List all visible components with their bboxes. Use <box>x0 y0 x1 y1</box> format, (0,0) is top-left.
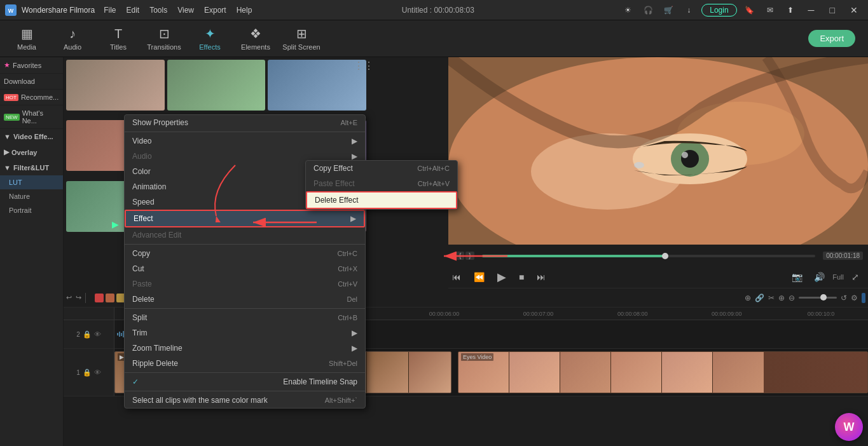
seek-handle[interactable] <box>662 253 668 259</box>
close-button[interactable]: ✕ <box>845 4 863 17</box>
timeline-zoom-slider[interactable] <box>799 297 837 299</box>
ctx-ripple-delete[interactable]: Ripple Delete Shift+Del <box>125 356 365 371</box>
stop-button[interactable]: ■ <box>515 271 528 283</box>
animation-label: Animation <box>132 182 166 191</box>
sidebar-sub-portrait[interactable]: Portrait <box>0 203 63 217</box>
sidebar-sub-nature[interactable]: Nature <box>0 189 63 203</box>
timeline-end-handle[interactable] <box>862 293 865 303</box>
app-name: Wondershare Filmora <box>22 6 95 15</box>
ctx-select-same-color[interactable]: Select all clips with the same color mar… <box>125 393 365 408</box>
menu-tools[interactable]: Tools <box>146 4 171 16</box>
zoom-out-icon[interactable]: ⊖ <box>789 294 795 302</box>
screenshot-icon[interactable]: 📷 <box>788 271 806 283</box>
minimize-button[interactable]: ─ <box>803 4 820 17</box>
ctx-effect[interactable]: Effect ▶ <box>125 210 365 227</box>
video-label: Video <box>132 137 151 145</box>
expand-icon[interactable]: ⤢ <box>848 271 863 283</box>
mail-icon[interactable]: ✉ <box>762 3 778 18</box>
bookmark-icon[interactable]: 🔖 <box>742 3 757 18</box>
play-button[interactable]: ▶ <box>493 269 510 285</box>
magnet-icon[interactable]: 🔗 <box>755 294 764 302</box>
scissors-icon[interactable]: ✂ <box>768 294 775 302</box>
sidebar-item-favorites[interactable]: ★ Favorites <box>0 57 63 74</box>
download-icon[interactable]: ↓ <box>681 3 696 18</box>
sidebar-sub-lut[interactable]: LUT <box>0 175 63 189</box>
toolbar-media[interactable]: ▦ Media <box>5 23 48 55</box>
sidebar-section-overlay[interactable]: ▶ Overlay <box>0 144 63 160</box>
speaker-icon[interactable]: 🔊 <box>810 271 829 283</box>
sub-copy-effect[interactable]: Copy Effect Ctrl+Alt+C <box>306 161 457 176</box>
ws-logo-circle: W <box>835 413 863 441</box>
redo-icon[interactable]: ↪ <box>76 294 81 302</box>
toolbar-splitscreen-label: Split Screen <box>282 43 320 51</box>
track-1-lock-icon[interactable]: 🔒 <box>83 368 92 377</box>
settings-icon[interactable]: ⚙ <box>851 294 858 302</box>
cloud-upload-icon[interactable]: ⬆ <box>783 3 798 18</box>
audio-arrow-icon: ▶ <box>352 152 357 161</box>
toolbar-titles[interactable]: T Titles <box>97 23 140 55</box>
headphones-icon[interactable]: 🎧 <box>640 3 656 18</box>
grid-dots-icon[interactable]: ⋮⋮ <box>354 60 374 72</box>
login-button[interactable]: Login <box>701 4 736 17</box>
ctx-split[interactable]: Split Ctrl+B <box>125 310 365 325</box>
toolbar-audio[interactable]: ♪ Audio <box>51 23 94 55</box>
effect-thumb-2[interactable] <box>167 60 266 111</box>
sidebar-item-recommend[interactable]: HOT Recomme... <box>0 90 63 105</box>
toolbar-effects[interactable]: ✦ Effects <box>188 23 231 55</box>
sidebar-item-download[interactable]: Download <box>0 74 63 90</box>
zoom-in-icon[interactable]: ⊕ <box>778 294 785 302</box>
select-same-color-label: Select all clips with the same color mar… <box>132 396 268 405</box>
prev-frame-button[interactable]: ⏪ <box>470 271 488 283</box>
ctx-trim[interactable]: Trim ▶ <box>125 325 365 341</box>
ctx-zoom-timeline[interactable]: Zoom Timeline ▶ <box>125 341 365 356</box>
menu-help[interactable]: Help <box>233 4 256 16</box>
toolbar-transitions[interactable]: ⊡ Transitions <box>142 23 186 55</box>
menu-file[interactable]: File <box>100 4 120 16</box>
maximize-button[interactable]: □ <box>825 4 840 17</box>
restore-icon[interactable]: ↺ <box>841 294 847 302</box>
effect-thumb-1[interactable] <box>66 60 165 111</box>
export-button[interactable]: Export <box>808 30 855 47</box>
svg-point-9 <box>682 152 688 158</box>
sidebar-section-filter-lut[interactable]: ▼ Filter&LUT <box>0 160 63 175</box>
sub-delete-effect[interactable]: Delete Effect <box>306 191 457 209</box>
ctx-video[interactable]: Video ▶ <box>125 133 365 149</box>
ctx-enable-snap[interactable]: Enable Timeline Snap <box>125 374 365 389</box>
menu-export[interactable]: Export <box>200 4 230 16</box>
track-1-eye-icon[interactable]: 👁 <box>94 368 101 376</box>
ctx-cut[interactable]: Cut Ctrl+X <box>125 261 365 276</box>
rewind-button[interactable]: ⏮ <box>448 271 465 283</box>
zoom-slider-handle[interactable] <box>820 294 827 301</box>
swatch-red[interactable] <box>95 294 104 302</box>
chevron-down2-icon: ▼ <box>4 164 11 172</box>
ctx-delete[interactable]: Delete Del <box>125 292 365 307</box>
copy-label: Copy <box>132 249 150 258</box>
menu-view[interactable]: View <box>174 4 198 16</box>
second-clip[interactable]: Eyes Video <box>458 351 868 393</box>
toolbar-splitscreen[interactable]: ⊞ Split Screen <box>280 23 323 55</box>
track-2-eye-icon[interactable]: 👁 <box>94 330 101 338</box>
track-2-lock-icon[interactable]: 🔒 <box>83 330 92 339</box>
sun-icon[interactable]: ☀ <box>620 3 635 18</box>
cut-shortcut: Ctrl+X <box>338 265 357 273</box>
cart-icon[interactable]: 🛒 <box>661 3 676 18</box>
toolbar-elements[interactable]: ❖ Elements <box>234 23 277 55</box>
ctx-show-properties[interactable]: Show Properties Alt+E <box>125 115 365 130</box>
ripple-delete-shortcut: Shift+Del <box>329 360 357 367</box>
track-label-2: 2 🔒 👁 <box>64 320 114 349</box>
effect-thumb-3[interactable] <box>268 60 366 111</box>
sidebar-item-whats-new[interactable]: NEW What's Ne... <box>0 105 63 129</box>
undo-icon[interactable]: ↩ <box>66 294 72 302</box>
clip-eyes-label: Eyes Video <box>461 353 493 361</box>
add-track-icon[interactable]: ⊕ <box>745 294 751 302</box>
svg-text:W: W <box>844 421 855 433</box>
zoom-label: Full <box>832 273 844 281</box>
title-bar-menus: File Edit Tools View Export Help <box>100 4 256 16</box>
sidebar-section-video-effects[interactable]: ▼ Video Effe... <box>0 129 63 144</box>
menu-edit[interactable]: Edit <box>123 4 144 16</box>
swatch-orange[interactable] <box>106 294 114 302</box>
ctx-copy[interactable]: Copy Ctrl+C <box>125 246 365 261</box>
color-label: Color <box>132 167 151 176</box>
skip-end-button[interactable]: ⏭ <box>533 271 549 283</box>
playback-seek-bar[interactable] <box>482 255 815 257</box>
